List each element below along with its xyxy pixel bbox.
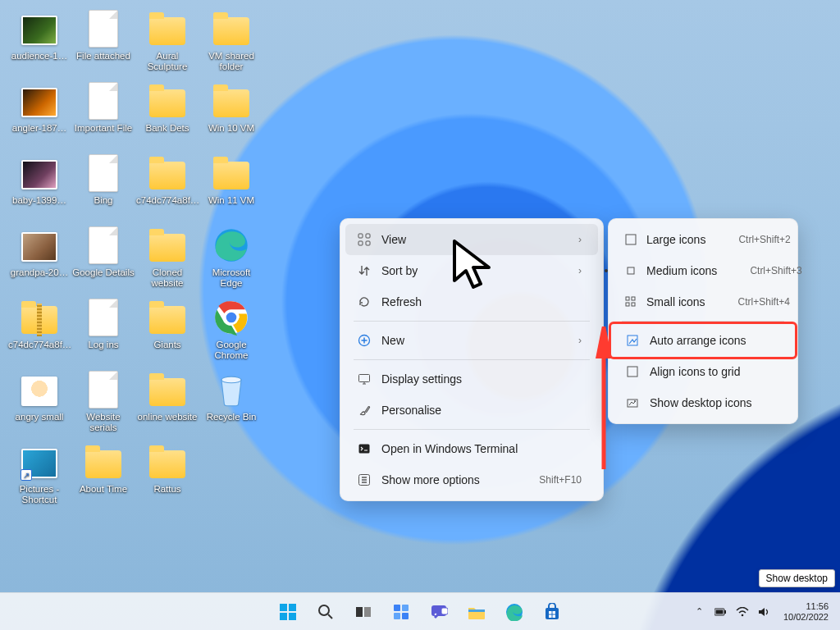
menu-item-label: Show more options [381, 473, 506, 486]
desktop-icon[interactable]: grandpa-20… [8, 226, 71, 278]
desktop-icon[interactable]: Important File [72, 82, 135, 134]
svg-rect-6 [358, 241, 363, 245]
grid4-icon [357, 232, 372, 247]
sort-icon [357, 263, 372, 278]
desktop-icon[interactable]: Bank Dets [136, 82, 199, 134]
taskbar-clock[interactable]: 11:56 10/02/2022 [778, 601, 833, 623]
desktop-icon[interactable]: Microsoft Edge [200, 226, 262, 289]
desktop-icon[interactable]: Google Details [72, 226, 135, 278]
desktop-icon[interactable]: online website [136, 371, 199, 422]
desktop-icon[interactable]: VM shared folder [200, 10, 262, 72]
svg-rect-19 [628, 367, 637, 377]
icon-label: Recycle Bin [200, 412, 262, 422]
desktop-icon[interactable]: ↗Pictures - Shortcut [8, 443, 71, 505]
icon-label: angry small [8, 412, 71, 422]
svg-rect-7 [366, 241, 370, 245]
menu-item-show-more-options[interactable]: Show more optionsShift+F10 [345, 464, 598, 495]
svg-rect-4 [358, 234, 363, 238]
svg-rect-41 [553, 611, 556, 614]
svg-rect-46 [715, 609, 723, 614]
desktop-icon[interactable]: c74dc774a8f… [8, 299, 71, 350]
taskbar-widgets-button[interactable] [385, 596, 418, 628]
desktop-icon[interactable]: Win 10 VM [200, 82, 262, 134]
svg-rect-24 [289, 604, 296, 611]
svg-rect-16 [626, 303, 629, 306]
desktop-icon[interactable]: Website serials [72, 371, 135, 433]
taskbar-start-button[interactable] [272, 596, 304, 628]
menu-item-label: Show desktop icons [650, 396, 776, 409]
menu-item-sort-by[interactable]: Sort by› [345, 255, 598, 286]
menu-item-shortcut: Shift+F10 [539, 474, 582, 486]
menu-item-view[interactable]: View› [345, 224, 598, 255]
menu-item-label: Refresh [381, 295, 582, 308]
taskbar-edge-button[interactable] [498, 596, 531, 628]
svg-rect-25 [280, 613, 287, 620]
taskbar-search-button[interactable] [309, 596, 342, 628]
desktop[interactable]: audience-1…angler-187…baby-1399…grandpa-… [0, 0, 840, 630]
wifi-icon[interactable] [736, 605, 749, 619]
svg-rect-13 [628, 267, 634, 274]
taskbar-taskview-button[interactable] [347, 596, 380, 628]
icon-label: angler-187… [8, 123, 71, 134]
desktop-icon[interactable]: Google Chrome [200, 299, 262, 361]
desktop-icon[interactable]: angler-187… [8, 82, 71, 134]
menu-item-new[interactable]: New› [345, 325, 598, 356]
taskbar-chat-button[interactable] [422, 596, 455, 628]
svg-point-47 [742, 614, 744, 616]
desktop-icon[interactable]: audience-1… [8, 10, 71, 62]
menu-item-label: Small icons [646, 295, 705, 308]
desktop-icon[interactable]: Giants [136, 299, 199, 350]
desktop-icon[interactable]: Aural Sculpture [136, 10, 199, 72]
menu-item-label: Align icons to grid [650, 365, 776, 378]
desktop-icon[interactable]: File attached [72, 10, 135, 62]
menu-item-display-settings[interactable]: Display settings [345, 363, 598, 395]
menu-item-large-icons[interactable]: Large iconsCtrl+Shift+2 [614, 224, 792, 255]
icon-label: Google Chrome [200, 340, 262, 361]
desktop-icon[interactable]: Cloned website [136, 226, 199, 289]
submenu-chevron-icon: › [578, 234, 582, 245]
svg-rect-31 [402, 605, 409, 611]
system-tray[interactable]: ⌃ 11:56 10/02/2022 [693, 593, 833, 630]
tray-overflow-icon[interactable]: ⌃ [693, 605, 706, 619]
desktop-icon[interactable]: Bing [72, 154, 135, 206]
icon-label: baby-1399… [8, 195, 71, 206]
icon-label: Pictures - Shortcut [8, 484, 71, 505]
sound-icon[interactable] [757, 605, 770, 619]
icon-label: c74dc774a8f… [8, 340, 71, 350]
menu-separator [622, 321, 784, 322]
menu-separator [354, 429, 590, 430]
menu-item-align-icons-to-grid[interactable]: Align icons to grid [614, 356, 792, 387]
icon-label: c74dc774a8f… [136, 195, 199, 206]
menu-item-medium-icons[interactable]: •Medium iconsCtrl+Shift+3 [614, 255, 792, 286]
menu-item-refresh[interactable]: Refresh [345, 286, 598, 317]
battery-icon[interactable] [714, 605, 728, 619]
auto-icon [625, 333, 640, 348]
clock-time: 11:56 [806, 601, 829, 612]
menu-item-show-desktop-icons[interactable]: Show desktop icons [614, 387, 792, 418]
desktop-icon[interactable]: About Time [72, 443, 135, 495]
view-submenu[interactable]: Large iconsCtrl+Shift+2•Medium iconsCtrl… [608, 218, 798, 424]
menu-item-open-in-windows-terminal[interactable]: Open in Windows Terminal [345, 433, 598, 464]
desktop-icon[interactable]: Rattus [136, 443, 199, 495]
desktop-context-menu[interactable]: View›Sort by›RefreshNew›Display settings… [340, 218, 604, 501]
svg-rect-23 [280, 604, 287, 611]
icon-label: online website [136, 412, 199, 422]
icon-label: Bing [72, 195, 135, 206]
menu-item-shortcut: Ctrl+Shift+3 [750, 265, 801, 276]
desktop-icon[interactable]: c74dc774a8f… [136, 154, 199, 206]
desktop-icon[interactable]: angry small [8, 371, 71, 422]
icon-label: Log ins [72, 340, 135, 350]
menu-item-auto-arrange-icons[interactable]: Auto arrange icons [614, 325, 792, 356]
menu-item-personalise[interactable]: Personalise [345, 395, 598, 426]
desktop-icon[interactable]: Recycle Bin [200, 371, 262, 422]
taskbar-store-button[interactable] [536, 596, 568, 628]
desktop-icon[interactable]: baby-1399… [8, 154, 71, 206]
submenu-chevron-icon: › [578, 335, 582, 346]
icon-label: Aural Sculpture [136, 51, 199, 72]
menu-item-small-icons[interactable]: Small iconsCtrl+Shift+4 [614, 286, 792, 317]
taskbar[interactable]: ⌃ 11:56 10/02/2022 [0, 592, 840, 630]
align-icon [625, 364, 640, 379]
desktop-icon[interactable]: Log ins [72, 299, 135, 350]
taskbar-explorer-button[interactable] [460, 596, 493, 628]
desktop-icon[interactable]: Win 11 VM [200, 154, 262, 206]
